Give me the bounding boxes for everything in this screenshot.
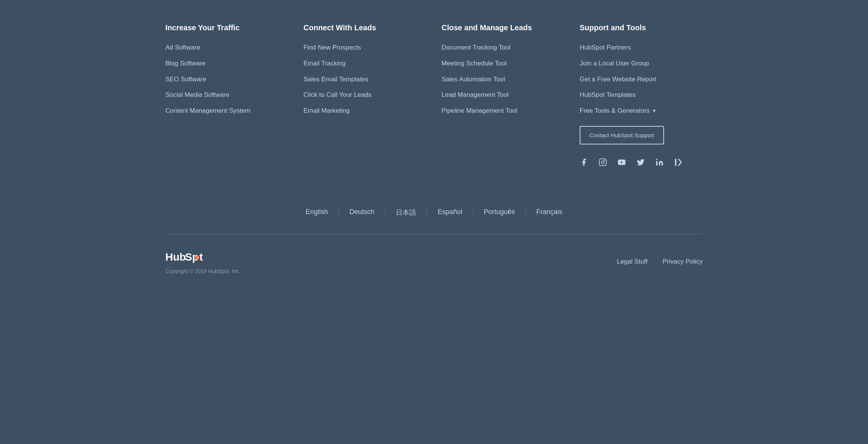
language-portugues[interactable]: Português [478,206,521,219]
hubspot-logo-area: Hub Sp t Copyright © 2019 HubSpot, Inc. [165,249,240,274]
hubspot-logo: Hub Sp t [165,249,218,264]
chevron-down-icon: ▼ [652,108,656,114]
instagram-icon[interactable] [599,158,607,169]
link-free-website-report[interactable]: Get a Free Website Report [580,76,656,83]
svg-point-1 [601,161,604,163]
link-blog-software[interactable]: Blog Software [165,60,205,67]
linkedin-icon[interactable] [655,158,664,169]
list-item: Email Marketing [303,106,426,115]
column-heading-increase-traffic: Increase Your Traffic [165,23,288,33]
list-item: SEO Software [165,75,288,84]
copyright-text: Copyright © 2019 HubSpot, Inc. [165,268,240,274]
list-item: Sales Email Templates [303,75,426,84]
facebook-icon[interactable] [580,158,588,169]
list-item: Sales Automation Tool [442,75,565,84]
column-heading-connect-leads: Connect With Leads [303,23,426,33]
link-pipeline-management[interactable]: Pipeline Management Tool [442,107,517,114]
svg-rect-4 [656,161,658,165]
language-bar: English | Deutsch | 日本語 | Español | Port… [165,191,703,234]
list-item: Lead Management Tool [442,90,565,99]
svg-rect-0 [599,159,606,166]
link-click-to-call[interactable]: Click to Call Your Leads [303,91,372,98]
free-tools-label: Free Tools & Generators [580,106,650,115]
language-separator: | [472,206,474,219]
footer-bottom: Hub Sp t Copyright © 2019 HubSpot, Inc. … [165,234,703,282]
list-item: Find New Prospects [303,43,426,52]
link-meeting-schedule[interactable]: Meeting Schedule Tool [442,60,507,67]
list-item: HubSpot Partners [580,43,703,52]
svg-point-2 [604,160,605,161]
list-item: Join a Local User Group [580,59,703,68]
list-item: HubSpot Templates [580,90,703,99]
list-item: Pipeline Management Tool [442,106,565,115]
language-separator: | [525,206,527,219]
link-hubspot-templates[interactable]: HubSpot Templates [580,91,636,98]
footer-column-support-tools: Support and Tools HubSpot Partners Join … [580,23,703,169]
language-english[interactable]: English [300,206,334,219]
column-heading-close-manage: Close and Manage Leads [442,23,565,33]
link-hubspot-partners[interactable]: HubSpot Partners [580,44,631,51]
link-lead-management[interactable]: Lead Management Tool [442,91,509,98]
list-item: Blog Software [165,59,288,68]
language-japanese[interactable]: 日本語 [390,206,422,219]
link-seo-software[interactable]: SEO Software [165,76,206,83]
column-heading-support-tools: Support and Tools [580,23,703,33]
column-list-close-manage: Document Tracking Tool Meeting Schedule … [442,43,565,115]
link-sales-email-templates[interactable]: Sales Email Templates [303,76,369,83]
svg-point-5 [656,159,658,160]
link-ad-software[interactable]: Ad Software [165,44,201,51]
column-list-increase-traffic: Ad Software Blog Software SEO Software S… [165,43,288,115]
footer-column-increase-traffic: Increase Your Traffic Ad Software Blog S… [165,23,288,169]
footer-nav: Increase Your Traffic Ad Software Blog S… [165,23,703,169]
language-espanol[interactable]: Español [432,206,468,219]
svg-point-8 [195,255,199,260]
footer: Increase Your Traffic Ad Software Blog S… [150,0,718,297]
list-item: Content Management System [165,106,288,115]
language-separator: | [426,206,428,219]
svg-text:Hub: Hub [165,251,186,263]
twitter-icon[interactable] [636,158,645,169]
column-list-connect-leads: Find New Prospects Email Tracking Sales … [303,43,426,115]
column-list-support-tools: HubSpot Partners Join a Local User Group… [580,43,703,115]
language-separator: | [384,206,386,219]
language-francais[interactable]: Français [530,206,568,219]
list-item: Ad Software [165,43,288,52]
list-item: Document Tracking Tool [442,43,565,52]
privacy-policy-link[interactable]: Privacy Policy [663,258,703,265]
link-email-marketing[interactable]: Email Marketing [303,107,350,114]
contact-support-button[interactable]: Contact HubSpot Support [580,126,664,144]
list-item: Social Media Software [165,90,288,99]
list-item: Email Tracking [303,59,426,68]
link-social-media-software[interactable]: Social Media Software [165,91,229,98]
list-item: Click to Call Your Leads [303,90,426,99]
link-document-tracking[interactable]: Document Tracking Tool [442,44,510,51]
youtube-icon[interactable] [618,158,626,169]
link-local-user-group[interactable]: Join a Local User Group [580,60,649,67]
legal-links: Legal Stuff Privacy Policy [617,258,703,265]
language-separator: | [338,206,340,219]
medium-icon[interactable] [674,158,683,169]
list-item: Get a Free Website Report [580,75,703,84]
svg-text:t: t [199,251,203,263]
language-deutsch[interactable]: Deutsch [343,206,380,219]
legal-stuff-link[interactable]: Legal Stuff [617,258,647,265]
list-item: Free Tools & Generators ▼ [580,106,703,115]
link-free-tools[interactable]: Free Tools & Generators ▼ [580,106,703,115]
link-content-management[interactable]: Content Management System [165,107,250,114]
link-email-tracking[interactable]: Email Tracking [303,60,345,67]
link-sales-automation[interactable]: Sales Automation Tool [442,76,505,83]
social-icons-bar [580,158,703,169]
list-item: Meeting Schedule Tool [442,59,565,68]
footer-column-close-manage: Close and Manage Leads Document Tracking… [442,23,565,169]
link-find-prospects[interactable]: Find New Prospects [303,44,361,51]
footer-column-connect-leads: Connect With Leads Find New Prospects Em… [303,23,426,169]
